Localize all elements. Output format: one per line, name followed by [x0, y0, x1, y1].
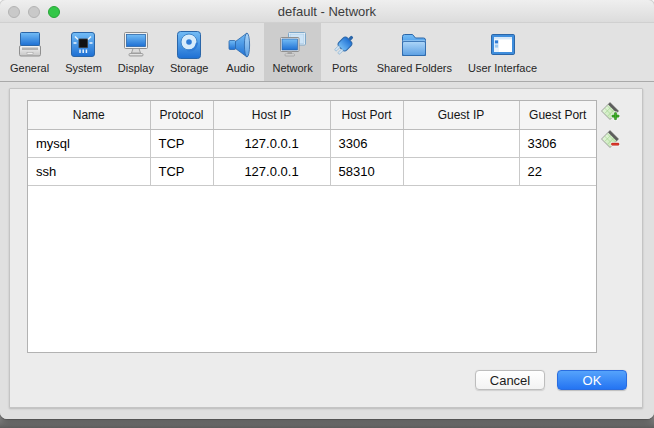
cell-host-ip[interactable]: 127.0.0.1 [213, 157, 330, 185]
ports-icon [329, 29, 361, 61]
remove-rule-icon[interactable] [600, 129, 620, 149]
cell-protocol[interactable]: TCP [150, 157, 213, 185]
cell-guest-ip[interactable] [403, 157, 519, 185]
tab-label: Audio [226, 62, 254, 74]
settings-toolbar: General System Display [0, 23, 654, 82]
tab-ports[interactable]: Ports [321, 23, 369, 81]
port-forwarding-panel: Name Protocol Host IP Host Port Guest IP… [9, 88, 643, 408]
tab-label: Network [272, 62, 312, 74]
tab-general[interactable]: General [2, 23, 57, 81]
general-icon [14, 29, 46, 61]
tab-network[interactable]: Network [264, 23, 320, 81]
column-header-host-ip: Host IP [213, 101, 330, 129]
tab-label: General [10, 62, 49, 74]
system-icon [67, 29, 99, 61]
tab-label: Ports [332, 62, 358, 74]
table-row[interactable]: mysql TCP 127.0.0.1 3306 3306 [28, 129, 596, 157]
column-header-host-port: Host Port [330, 101, 403, 129]
column-header-name: Name [28, 101, 150, 129]
tab-shared-folders[interactable]: Shared Folders [369, 23, 460, 81]
tab-user-interface[interactable]: User Interface [460, 23, 545, 81]
column-header-protocol: Protocol [150, 101, 213, 129]
display-icon [120, 29, 152, 61]
shared-folders-icon [398, 29, 430, 61]
user-interface-icon [487, 29, 519, 61]
network-tab-content: Name Protocol Host IP Host Port Guest IP… [0, 83, 654, 419]
ok-button[interactable]: OK [557, 370, 627, 390]
cell-host-port[interactable]: 58310 [330, 157, 403, 185]
cell-host-port[interactable]: 3306 [330, 129, 403, 157]
storage-icon [173, 29, 205, 61]
audio-icon [224, 29, 256, 61]
table-row[interactable]: ssh TCP 127.0.0.1 58310 22 [28, 157, 596, 185]
column-header-guest-port: Guest Port [519, 101, 596, 129]
tab-system[interactable]: System [57, 23, 110, 81]
tab-label: Storage [170, 62, 209, 74]
cell-protocol[interactable]: TCP [150, 129, 213, 157]
window-title: default - Network [0, 0, 654, 23]
cell-name[interactable]: ssh [28, 157, 150, 185]
tab-label: Display [118, 62, 154, 74]
cell-name[interactable]: mysql [28, 129, 150, 157]
port-forwarding-table: Name Protocol Host IP Host Port Guest IP… [27, 100, 597, 353]
cell-guest-port[interactable]: 22 [519, 157, 596, 185]
rule-buttons [600, 101, 620, 149]
cell-host-ip[interactable]: 127.0.0.1 [213, 129, 330, 157]
cell-guest-port[interactable]: 3306 [519, 129, 596, 157]
cancel-button[interactable]: Cancel [475, 370, 545, 390]
table-header-row: Name Protocol Host IP Host Port Guest IP… [28, 101, 596, 129]
cell-guest-ip[interactable] [403, 129, 519, 157]
network-icon [277, 29, 309, 61]
dialog-buttons: Cancel OK [475, 370, 627, 390]
tab-storage[interactable]: Storage [162, 23, 217, 81]
settings-window: default - Network General System [0, 0, 654, 419]
tab-label: System [65, 62, 102, 74]
tab-label: User Interface [468, 62, 537, 74]
column-header-guest-ip: Guest IP [403, 101, 519, 129]
tab-display[interactable]: Display [110, 23, 162, 81]
add-rule-icon[interactable] [600, 101, 620, 121]
titlebar: default - Network [0, 0, 654, 23]
tab-label: Shared Folders [377, 62, 452, 74]
tab-audio[interactable]: Audio [216, 23, 264, 81]
